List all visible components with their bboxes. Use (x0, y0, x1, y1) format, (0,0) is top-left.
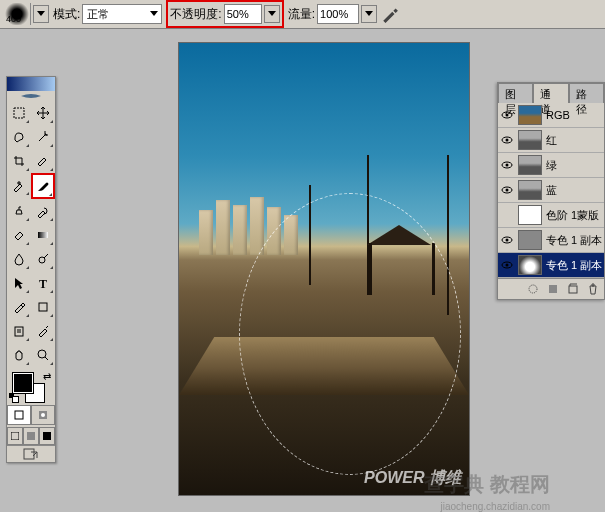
site-watermark-2: jiaocheng.chazidian.com (440, 501, 550, 512)
path-select-icon[interactable] (7, 271, 31, 295)
svg-rect-27 (549, 285, 557, 293)
tab-paths[interactable]: 路径 (569, 83, 604, 103)
move-icon[interactable] (31, 101, 55, 125)
notes-icon[interactable] (7, 319, 31, 343)
channel-row[interactable]: 蓝 (498, 178, 604, 203)
feather-icon (21, 92, 41, 100)
channel-row[interactable]: 色阶 1蒙版 (498, 203, 604, 228)
type-icon[interactable]: T (31, 271, 55, 295)
toolbox: T ⇄ (6, 76, 56, 463)
svg-rect-12 (43, 432, 51, 440)
eyedropper-icon[interactable] (31, 319, 55, 343)
channel-name: 专色 1 副本 6 (546, 258, 602, 273)
pen-icon[interactable] (7, 295, 31, 319)
visibility-icon[interactable] (500, 183, 514, 197)
channel-thumb (518, 105, 542, 125)
visibility-icon[interactable] (500, 208, 514, 222)
swap-colors-icon[interactable]: ⇄ (43, 371, 51, 382)
svg-point-23 (506, 239, 509, 242)
channel-name: 绿 (546, 158, 602, 173)
opacity-label: 不透明度: (170, 6, 221, 23)
healing-brush-icon[interactable] (7, 173, 31, 197)
flow-dropdown-icon[interactable] (361, 5, 377, 23)
flow-label: 流量: (288, 6, 315, 23)
svg-rect-28 (569, 286, 577, 293)
svg-point-15 (506, 114, 509, 117)
channel-name: 专色 1 副本 5 (546, 233, 602, 248)
tab-channels[interactable]: 通道 (533, 83, 568, 103)
svg-text:T: T (39, 277, 47, 290)
toolbox-titlebar[interactable] (7, 77, 55, 91)
clone-stamp-icon[interactable] (7, 199, 31, 223)
crop-icon[interactable] (7, 149, 31, 173)
eraser-icon[interactable] (7, 223, 31, 247)
mode-label: 模式: (53, 6, 80, 23)
selection-marquee (239, 193, 461, 475)
gradient-icon[interactable] (31, 223, 55, 247)
flow-input[interactable] (317, 4, 359, 24)
screen-mode-2-icon[interactable] (23, 427, 39, 445)
screen-mode-1-icon[interactable] (7, 427, 23, 445)
brush-size-label: 400 (6, 14, 21, 24)
svg-rect-13 (24, 449, 34, 459)
svg-point-21 (506, 189, 509, 192)
channel-row[interactable]: 红 (498, 128, 604, 153)
tab-layers[interactable]: 图层 (498, 83, 533, 103)
channel-thumb (518, 155, 542, 175)
channel-thumb (518, 130, 542, 150)
opacity-dropdown-icon[interactable] (264, 5, 280, 23)
shape-icon[interactable] (31, 295, 55, 319)
new-channel-icon[interactable] (566, 282, 580, 296)
site-watermark-1: 查字典 教程网 (424, 471, 550, 498)
opacity-group-highlighted: 不透明度: (166, 0, 283, 28)
channel-name: RGB (546, 109, 602, 121)
document-canvas[interactable]: POWER 博维 (178, 42, 470, 496)
opacity-input[interactable] (224, 4, 262, 24)
history-brush-icon[interactable] (31, 199, 55, 223)
marquee-icon[interactable] (7, 101, 31, 125)
visibility-icon[interactable] (500, 133, 514, 147)
svg-point-9 (41, 413, 45, 417)
default-colors-icon[interactable] (9, 393, 19, 403)
channel-thumb (518, 180, 542, 200)
quickmask-mode-icon[interactable] (31, 405, 55, 425)
svg-rect-1 (38, 232, 48, 238)
brush-dropdown-icon[interactable] (33, 5, 49, 23)
channel-row[interactable]: 绿 (498, 153, 604, 178)
svg-rect-11 (27, 432, 35, 440)
foreground-color[interactable] (13, 373, 33, 393)
channel-name: 蓝 (546, 183, 602, 198)
hand-icon[interactable] (7, 343, 31, 367)
channel-name: 色阶 1蒙版 (546, 208, 602, 223)
svg-rect-7 (15, 411, 23, 419)
dodge-icon[interactable] (31, 247, 55, 271)
color-swatch[interactable]: ⇄ (7, 371, 55, 403)
channel-name: 红 (546, 133, 602, 148)
blur-icon[interactable] (7, 247, 31, 271)
visibility-icon[interactable] (500, 108, 514, 122)
delete-channel-icon[interactable] (586, 282, 600, 296)
photo-content: POWER 博维 (179, 43, 469, 495)
svg-rect-0 (14, 108, 24, 118)
load-selection-icon[interactable] (526, 282, 540, 296)
standard-mode-icon[interactable] (7, 405, 31, 425)
visibility-icon[interactable] (500, 233, 514, 247)
options-bar: 400 模式: 正常 不透明度: 流量: (0, 0, 605, 29)
magic-wand-icon[interactable] (31, 125, 55, 149)
mode-select[interactable]: 正常 (82, 4, 162, 24)
channel-row[interactable]: 专色 1 副本 5 (498, 228, 604, 253)
zoom-icon[interactable] (31, 343, 55, 367)
channels-panel: 图层通道路径 RGB红绿蓝色阶 1蒙版专色 1 副本 5专色 1 副本 6 (497, 82, 605, 300)
screen-mode-3-icon[interactable] (39, 427, 55, 445)
visibility-icon[interactable] (500, 258, 514, 272)
svg-rect-10 (11, 432, 19, 440)
brush-icon[interactable] (31, 173, 55, 199)
jump-to-icon[interactable] (7, 445, 55, 462)
visibility-icon[interactable] (500, 158, 514, 172)
channel-thumb (518, 230, 542, 250)
lasso-icon[interactable] (7, 125, 31, 149)
airbrush-icon[interactable] (381, 5, 399, 23)
slice-icon[interactable] (31, 149, 55, 173)
save-selection-icon[interactable] (546, 282, 560, 296)
channel-row[interactable]: 专色 1 副本 6 (498, 253, 604, 278)
